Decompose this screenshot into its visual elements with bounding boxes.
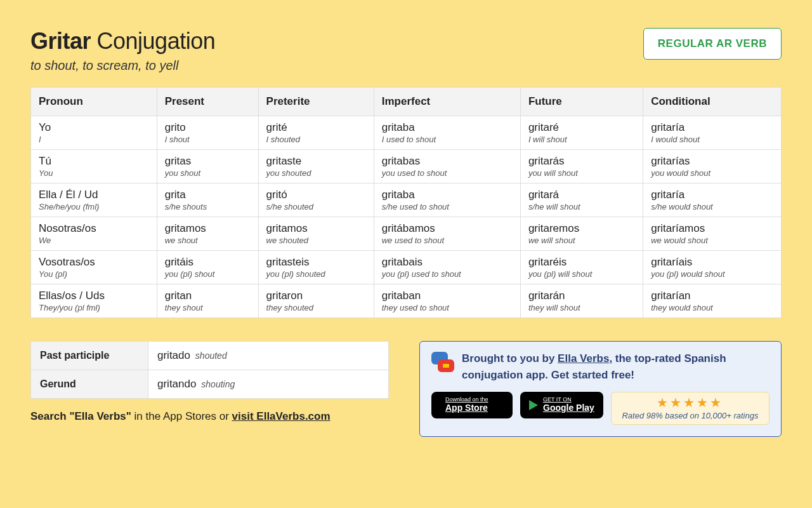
app-store-button[interactable]: Download on the App Store [431,392,513,418]
conjugation-cell: gritaremoswe will shout [520,217,643,251]
verb-name: Gritar [30,28,91,54]
conjugation-cell: gritarásyou will shout [520,150,643,184]
app-logo-icon [431,351,454,373]
conjugation-table: PronounPresentPreteriteImperfectFutureCo… [30,87,782,318]
conjugation-cell: gritós/he shouted [258,184,374,217]
conjugation-cell: gritaríanthey would shout [643,284,782,318]
column-header: Future [520,88,643,116]
pronoun-cell: Vosotras/osYou (pl) [31,251,157,284]
search-hint: Search "Ella Verbs" in the App Stores or… [30,410,389,423]
pronoun-cell: Nosotras/osWe [31,217,157,251]
conjugation-cell: gritarás/he will shout [520,184,643,217]
conjugation-cell: gritaronthey shouted [258,284,374,318]
pronoun-cell: YoI [31,116,157,150]
pronoun-cell: TúYou [31,150,157,184]
conjugation-cell: gritabasyou used to shout [374,150,520,184]
table-row: Ellas/os / UdsThey/you (pl fml)gritanthe… [31,284,782,318]
column-header: Imperfect [374,88,520,116]
conjugation-cell: gritabas/he used to shout [374,184,520,217]
conjugation-cell: gritaránthey will shout [520,284,643,318]
participle-label: Gerund [31,370,148,399]
conjugation-cell: gritabanthey used to shout [374,284,520,318]
conjugation-cell: gritoI shout [157,116,258,150]
column-header: Present [157,88,258,116]
conjugation-cell: gritabaisyou (pl) used to shout [374,251,520,284]
conjugation-cell: gritaréI will shout [520,116,643,150]
search-hint-mid: in the App Stores or [131,410,232,422]
table-row: Ella / Él / UdShe/he/you (fml)gritas/he … [31,184,782,217]
title-rest: Conjugation [97,28,216,54]
pronoun-cell: Ellas/os / UdsThey/you (pl fml) [31,284,157,318]
column-header: Preterite [258,88,374,116]
conjugation-cell: gritaríamoswe would shout [643,217,782,251]
conjugation-cell: gritas/he shouts [157,184,258,217]
conjugation-cell: gritáisyou (pl) shout [157,251,258,284]
table-row: Vosotras/osYou (pl)gritáisyou (pl) shout… [31,251,782,284]
participle-row: Gerundgritando shouting [31,370,389,399]
google-play-button[interactable]: GET IT ON Google Play [520,392,603,418]
conjugation-cell: gritéI shouted [258,116,374,150]
conjugation-cell: gritasteisyou (pl) shouted [258,251,374,284]
conjugation-cell: gritamoswe shout [157,217,258,251]
promo-box: Brought to you by Ella Verbs, the top-ra… [419,341,782,437]
participle-value: gritado shouted [148,342,389,370]
participle-row: Past participlegritado shouted [31,342,389,370]
participle-label: Past participle [31,342,148,370]
column-header: Conditional [643,88,782,116]
conjugation-cell: gritamoswe shouted [258,217,374,251]
conjugation-cell: gritábamoswe used to shout [374,217,520,251]
play-icon [529,400,538,410]
promo-text: Brought to you by Ella Verbs, the top-ra… [462,351,769,383]
conjugation-cell: gritarías/he would shout [643,184,782,217]
conjugation-cell: gritasteyou shouted [258,150,374,184]
conjugation-cell: gritasyou shout [157,150,258,184]
table-row: Nosotras/osWegritamoswe shoutgritamoswe … [31,217,782,251]
ella-verbs-link[interactable]: Ella Verbs [558,352,609,364]
title-block: Gritar Conjugation to shout, to scream, … [30,28,215,73]
column-header: Pronoun [31,88,157,116]
page-title: Gritar Conjugation [30,28,215,55]
conjugation-cell: gritaríasyou would shout [643,150,782,184]
table-row: TúYougritasyou shoutgritasteyou shoutedg… [31,150,782,184]
ellaverbs-link[interactable]: visit EllaVerbs.com [232,410,331,422]
pronoun-cell: Ella / Él / UdShe/he/you (fml) [31,184,157,217]
conjugation-cell: gritaréisyou (pl) will shout [520,251,643,284]
rating-box: ★★★★★ Rated 98% based on 10,000+ ratings [611,392,769,425]
conjugation-cell: gritaríaisyou (pl) would shout [643,251,782,284]
star-icons: ★★★★★ [618,396,763,409]
search-hint-bold: Search "Ella Verbs" [30,410,131,422]
table-row: YoIgritoI shoutgritéI shoutedgritabaI us… [31,116,782,150]
rating-text: Rated 98% based on 10,000+ ratings [618,411,763,420]
verb-type-badge: REGULAR AR VERB [643,28,782,60]
verb-translation: to shout, to scream, to yell [30,58,215,73]
conjugation-cell: gritanthey shout [157,284,258,318]
conjugation-cell: gritaríaI would shout [643,116,782,150]
participle-value: gritando shouting [148,370,389,399]
conjugation-cell: gritabaI used to shout [374,116,520,150]
participle-table: Past participlegritado shoutedGerundgrit… [30,341,389,399]
